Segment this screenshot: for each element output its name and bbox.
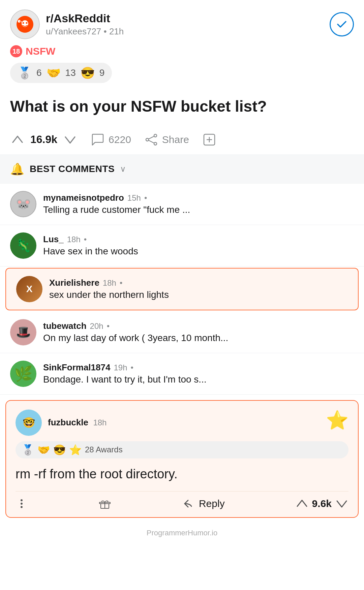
comment-content-pedro: mynameisnotpedro 15h • Telling a rude cu… bbox=[43, 193, 354, 215]
comment-header-xuri: Xurielishere 18h • bbox=[49, 278, 348, 288]
expanded-comment-header: 🤓 fuzbuckle 18h ⭐ bbox=[16, 410, 348, 436]
comment-username-xuri: Xurielishere bbox=[49, 278, 99, 288]
comment-text-pedro: Telling a rude customer "fuck me ... bbox=[43, 204, 354, 215]
vote-group: 16.9k bbox=[10, 132, 78, 147]
comment-username-pedro: mynameisnotpedro bbox=[43, 193, 124, 203]
comment-item-xuri[interactable]: X Xurielishere 18h • sex under the north… bbox=[5, 268, 359, 310]
comment-content-xuri: Xurielishere 18h • sex under the norther… bbox=[49, 278, 348, 300]
subreddit-avatar[interactable]: ? bbox=[10, 9, 40, 39]
comment-downvote-button[interactable] bbox=[335, 497, 348, 510]
avatar-pedro: 🐭 bbox=[10, 191, 36, 217]
expanded-comment-fuzbuckle: 🤓 fuzbuckle 18h ⭐ 🥈 🤝 😎 ⭐ 28 Awards rm -… bbox=[5, 400, 359, 518]
comments-action[interactable]: 6220 bbox=[91, 133, 131, 146]
handshake-award-icon: 🤝 bbox=[47, 66, 61, 80]
silver-award-icon: 🥈 bbox=[18, 66, 32, 80]
expanded-comment-actions: Reply 9.6k bbox=[16, 491, 348, 510]
checkmark-button[interactable] bbox=[330, 12, 354, 36]
expanded-username: fuzbuckle bbox=[48, 417, 88, 427]
upvote-count: 16.9k bbox=[30, 133, 57, 146]
comment-time-tube: 20h bbox=[90, 321, 103, 331]
post-meta: u/Yankees727 • 21h bbox=[46, 26, 124, 37]
comment-text-tube: On my last day of work ( 3years, 10 mont… bbox=[43, 333, 354, 343]
comment-time-lus: 18h bbox=[67, 235, 81, 244]
expanded-time: 18h bbox=[93, 418, 107, 427]
avatar-sink: 🌿 bbox=[10, 361, 36, 387]
comment-content-lus: Lus_ 18h • Have sex in the woods bbox=[43, 234, 354, 257]
svg-point-8 bbox=[146, 138, 149, 141]
share-action[interactable]: Share bbox=[145, 133, 189, 146]
award-icon-cool: 😎 bbox=[53, 444, 66, 456]
upvote-icon bbox=[10, 132, 25, 147]
more-options-icon bbox=[16, 498, 28, 510]
comment-username-tube: tubewatch bbox=[43, 321, 87, 331]
award-icon-handshake: 🤝 bbox=[37, 444, 50, 456]
save-icon bbox=[203, 133, 216, 146]
nsfw-section: 18 NSFW bbox=[0, 45, 364, 63]
comment-item-lus[interactable]: 🦎 Lus_ 18h • Have sex in the woods bbox=[0, 225, 364, 266]
comment-upvote-icon bbox=[295, 497, 309, 510]
comment-vote-count: 9.6k bbox=[312, 498, 332, 509]
nsfw-age-badge: 18 bbox=[10, 45, 22, 57]
comment-header-pedro: mynameisnotpedro 15h • bbox=[43, 193, 354, 203]
handshake-award-count: 13 bbox=[65, 67, 76, 78]
reddit-logo-icon: ? bbox=[16, 15, 34, 33]
svg-point-9 bbox=[154, 142, 157, 145]
comment-item-tube[interactable]: 🎩 tubewatch 20h • On my last day of work… bbox=[0, 312, 364, 353]
header-left: ? r/AskReddit u/Yankees727 • 21h bbox=[10, 9, 124, 39]
expanded-awards-row[interactable]: 🥈 🤝 😎 ⭐ 28 Awards bbox=[16, 441, 348, 458]
expanded-comment-text: rm -rf from the root directory. bbox=[16, 465, 348, 483]
comment-content-sink: SinkFormal1874 19h • Bondage. I want to … bbox=[43, 362, 354, 385]
comment-bubble-icon bbox=[91, 133, 104, 146]
more-options-action[interactable] bbox=[16, 498, 28, 510]
downvote-button[interactable] bbox=[63, 132, 78, 147]
gift-action[interactable] bbox=[98, 497, 112, 510]
comment-username-lus: Lus_ bbox=[43, 234, 64, 245]
silver-award-count: 6 bbox=[36, 67, 42, 78]
comment-time-sink: 19h bbox=[114, 363, 127, 372]
save-action[interactable] bbox=[203, 133, 216, 146]
comment-header-lus: Lus_ 18h • bbox=[43, 234, 354, 245]
svg-point-3 bbox=[26, 22, 28, 24]
awards-row: 🥈 6 🤝 13 😎 9 bbox=[0, 63, 364, 90]
comment-username-sink: SinkFormal1874 bbox=[43, 362, 110, 373]
award-icon-star: ⭐ bbox=[69, 444, 82, 456]
upvote-button[interactable] bbox=[10, 132, 25, 147]
expanded-left: 🤓 fuzbuckle 18h bbox=[16, 410, 107, 436]
comment-text-lus: Have sex in the woods bbox=[43, 246, 354, 257]
subreddit-info: r/AskReddit u/Yankees727 • 21h bbox=[46, 12, 124, 37]
best-comments-bar[interactable]: 🔔 BEST COMMENTS ∨ bbox=[0, 155, 364, 184]
comment-upvote-button[interactable] bbox=[295, 497, 309, 510]
reply-action[interactable]: Reply bbox=[182, 497, 225, 510]
chevron-down-icon: ∨ bbox=[120, 164, 126, 174]
reply-icon bbox=[182, 497, 195, 510]
avatar-xuri: X bbox=[16, 276, 42, 302]
comment-item-pedro[interactable]: 🐭 mynameisnotpedro 15h • Telling a rude … bbox=[0, 184, 364, 225]
svg-point-15 bbox=[21, 499, 23, 501]
bell-icon: 🔔 bbox=[10, 162, 24, 176]
subreddit-name[interactable]: r/AskReddit bbox=[46, 12, 124, 25]
cool-award-icon: 😎 bbox=[81, 66, 95, 80]
cool-award-count: 9 bbox=[99, 67, 105, 78]
svg-line-11 bbox=[149, 140, 154, 143]
comment-dot-pedro: • bbox=[144, 193, 147, 203]
expanded-username-group: fuzbuckle 18h bbox=[48, 417, 107, 428]
svg-line-10 bbox=[149, 136, 154, 139]
reply-label: Reply bbox=[199, 498, 225, 509]
svg-text:?: ? bbox=[19, 20, 21, 23]
svg-point-7 bbox=[154, 134, 157, 137]
star-award-icon: ⭐ bbox=[326, 410, 348, 431]
awards-pill[interactable]: 🥈 6 🤝 13 😎 9 bbox=[10, 63, 112, 83]
comment-item-sink[interactable]: 🌿 SinkFormal1874 19h • Bondage. I want t… bbox=[0, 353, 364, 395]
nsfw-label: NSFW bbox=[26, 46, 55, 57]
avatar-lus: 🦎 bbox=[10, 232, 36, 259]
comment-vote-group: 9.6k bbox=[295, 497, 348, 510]
comment-content-tube: tubewatch 20h • On my last day of work (… bbox=[43, 321, 354, 343]
expanded-awards-count: 28 Awards bbox=[85, 445, 123, 454]
comment-header-sink: SinkFormal1874 19h • bbox=[43, 362, 354, 373]
share-icon bbox=[145, 133, 158, 146]
award-icon-s: 🥈 bbox=[22, 444, 34, 456]
gift-icon bbox=[98, 497, 112, 510]
action-bar: 16.9k 6220 Share bbox=[0, 126, 364, 155]
comment-text-xuri: sex under the northern lights bbox=[49, 289, 348, 300]
best-comments-label: BEST COMMENTS bbox=[30, 164, 115, 174]
